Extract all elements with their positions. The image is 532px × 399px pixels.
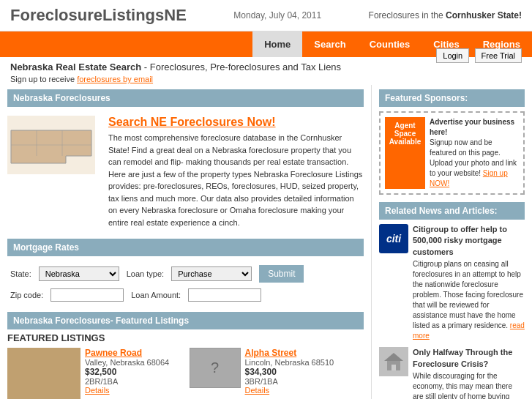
news-item-2: Only Halfway Through the Foreclosure Cri… [379, 347, 525, 399]
listing-grid: Pawnee Road Valley, Nebraska 68064 $32,5… [7, 348, 364, 399]
listing-2-image: ? [190, 348, 241, 388]
featured-section: Nebraska Foreclosures- Featured Listings… [7, 312, 364, 399]
state-label: State: [10, 269, 31, 278]
ne-content-area: Search NE Foreclosures Now! The most com… [7, 111, 364, 233]
loan-amount-label: Loan Amount: [131, 291, 181, 299]
listing-1-info: Pawnee Road Valley, Nebraska 68064 $32,5… [85, 348, 169, 399]
related-news-header: Related News and Articles: [379, 202, 525, 220]
agent-badge: Agent Space Available [385, 117, 425, 189]
loan-type-label: Loan type: [127, 269, 164, 278]
sub-header-title: Nebraska Real Estate Search - Foreclosur… [10, 61, 522, 72]
loan-amount-input[interactable] [188, 288, 261, 302]
news-1-body: Citigroup plans on ceasing all foreclosu… [413, 260, 523, 329]
listing-item-1: Pawnee Road Valley, Nebraska 68064 $32,5… [7, 348, 182, 399]
logo: ForeclosureListingsNE [10, 6, 187, 25]
listing-1-image [7, 348, 80, 399]
sub-header: Login Free Trial Nebraska Real Estate Se… [0, 57, 532, 85]
house-icon [379, 347, 408, 376]
signup-link[interactable]: foreclosures by email [77, 75, 153, 83]
nav-counties[interactable]: Counties [358, 31, 422, 57]
ne-heading[interactable]: Search NE Foreclosures Now! [108, 116, 364, 129]
state-select[interactable]: NebraskaIowaKansasMissouriColorado [39, 266, 119, 281]
citi-icon: citi [379, 224, 408, 253]
news-1-title: Citigroup to offer help to 500,000 risky… [413, 224, 525, 258]
submit-button[interactable]: Submit [259, 265, 304, 283]
mortgage-form-row2: Zip code: Loan Amount: [7, 287, 364, 306]
left-column: Nebraska Foreclosures Search NE Foreclos… [0, 85, 371, 399]
logo-suffix: NE [164, 6, 187, 24]
mortgage-section: Mortgage Rates State: NebraskaIowaKansas… [7, 239, 364, 306]
news-2-content: Only Halfway Through the Foreclosure Cri… [413, 347, 525, 399]
listing-2-img-area: ? Alpha Street Lincoln, Nebraska 68510 $… [190, 348, 364, 395]
listing-2-price: $34,300 [245, 367, 334, 377]
listing-1-price: $32,500 [85, 367, 169, 377]
listing-2-beds: 3BR/1BA [245, 377, 334, 386]
ne-body: Search NE Foreclosures Now! The most com… [108, 116, 364, 228]
header-date: Monday, July 04, 2011 [233, 10, 321, 20]
signup-line: Sign up to receive foreclosures by email [10, 75, 522, 83]
listing-2-street[interactable]: Alpha Street [245, 348, 334, 358]
sponsors-section: Featured Sponsors: Agent Space Available… [379, 89, 525, 195]
listing-1-details[interactable]: Details [85, 386, 169, 395]
listing-1-img-area: Pawnee Road Valley, Nebraska 68064 $32,5… [7, 348, 182, 399]
news-2-body: While discouraging for the economy, this… [413, 372, 522, 399]
sponsor-text: Advertise your business here! Signup now… [430, 117, 519, 189]
svg-rect-6 [391, 365, 396, 370]
zip-input[interactable] [50, 288, 124, 302]
house-svg [383, 351, 405, 373]
header: ForeclosureListingsNE Monday, July 04, 2… [0, 0, 532, 31]
news-item-1: citi Citigroup to offer help to 500,000 … [379, 224, 525, 341]
listing-2-info: Alpha Street Lincoln, Nebraska 68510 $34… [245, 348, 334, 395]
listing-1-city: Valley, Nebraska 68064 [85, 358, 169, 367]
featured-listings-header: Nebraska Foreclosures- Featured Listings [7, 312, 364, 329]
svg-marker-4 [384, 353, 403, 361]
news-1-content: Citigroup to offer help to 500,000 risky… [413, 224, 525, 341]
mortgage-form-row1: State: NebraskaIowaKansasMissouriColorad… [7, 261, 364, 287]
ne-body-text: The most comprehensive foreclosure datab… [108, 132, 364, 228]
nav-cities[interactable]: Cities [422, 31, 471, 57]
featured-label: FEATURED LISTINGS [7, 332, 364, 343]
right-column: Featured Sponsors: Agent Space Available… [371, 85, 532, 399]
news-2-title: Only Halfway Through the Foreclosure Cri… [413, 347, 525, 370]
sponsor-box: Agent Space Available Advertise your bus… [379, 111, 525, 195]
logo-text: ForeclosureListings [10, 6, 164, 24]
ne-foreclosures-section: Nebraska Foreclosures Search NE Foreclos… [7, 89, 364, 233]
listing-1-street[interactable]: Pawnee Road [85, 348, 169, 358]
related-news-section: Related News and Articles: citi Citigrou… [379, 202, 525, 399]
nav-search[interactable]: Search [302, 31, 357, 57]
zip-label: Zip code: [10, 291, 43, 299]
nav-regions[interactable]: Regions [471, 31, 532, 57]
loan-type-select[interactable]: PurchaseRefinanceHome Equity [171, 266, 252, 281]
ne-map-svg [7, 116, 95, 174]
listing-2-city: Lincoln, Nebraska 68510 [245, 358, 334, 367]
nav-home[interactable]: Home [252, 31, 302, 57]
sponsors-header: Featured Sponsors: [379, 89, 525, 107]
nav-bar: Home Search Counties Cities Regions [0, 31, 532, 57]
header-tagline: Foreclosures in the Cornhusker State! [369, 10, 522, 20]
ne-foreclosures-header: Nebraska Foreclosures [7, 89, 364, 107]
listing-1-beds: 2BR/1BA [85, 377, 169, 386]
listing-2-details[interactable]: Details [245, 386, 334, 395]
main-container: Nebraska Foreclosures Search NE Foreclos… [0, 85, 532, 399]
ne-map [7, 116, 102, 228]
listing-item-2: ? Alpha Street Lincoln, Nebraska 68510 $… [190, 348, 364, 399]
mortgage-header: Mortgage Rates [7, 239, 364, 256]
